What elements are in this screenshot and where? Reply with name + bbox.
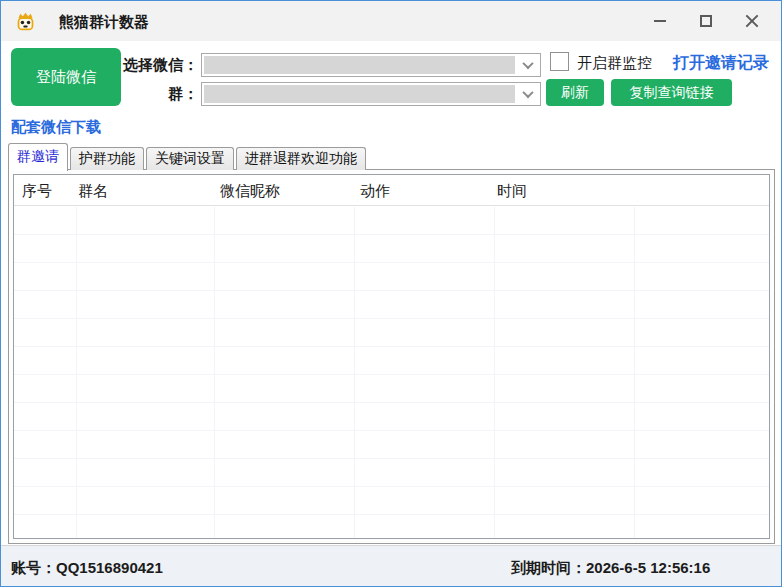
wechat-download-link[interactable]: 配套微信下载 bbox=[11, 118, 101, 137]
invite-record-table[interactable]: 序号 群名 微信昵称 动作 时间 bbox=[13, 174, 770, 539]
col-header-index: 序号 bbox=[22, 182, 52, 201]
expiry-text: 到期时间：2026-6-5 12:56:16 bbox=[511, 559, 710, 578]
account-text: 账号：QQ1516890421 bbox=[11, 559, 163, 578]
col-header-nickname: 微信昵称 bbox=[220, 182, 280, 201]
tab-group-protect[interactable]: 护群功能 bbox=[70, 147, 144, 170]
tab-keyword-settings[interactable]: 关键词设置 bbox=[146, 147, 234, 170]
login-wechat-button[interactable]: 登陆微信 bbox=[11, 48, 121, 106]
group-monitor-label: 开启群监控 bbox=[577, 54, 652, 73]
group-dropdown[interactable] bbox=[201, 82, 541, 106]
refresh-button[interactable]: 刷新 bbox=[546, 79, 604, 106]
tab-bar: 群邀请 护群功能 关键词设置 进群退群欢迎功能 bbox=[8, 143, 368, 170]
chevron-down-icon[interactable] bbox=[516, 54, 540, 76]
table-body bbox=[14, 207, 769, 538]
minimize-icon[interactable] bbox=[637, 1, 683, 41]
title-bar: 熊猫群计数器 bbox=[1, 1, 781, 41]
group-monitor-checkbox[interactable] bbox=[550, 52, 569, 71]
col-header-action: 动作 bbox=[360, 182, 390, 201]
group-dropdown-value bbox=[204, 85, 515, 103]
copy-query-link-button[interactable]: 复制查询链接 bbox=[611, 79, 732, 106]
chevron-down-icon[interactable] bbox=[516, 83, 540, 105]
table-header: 序号 群名 微信昵称 动作 时间 bbox=[14, 175, 769, 206]
app-window: 熊猫群计数器 登陆微信 选择微信： 群： 开启群监控 打开邀请记录 刷新 复制查… bbox=[0, 0, 782, 587]
col-header-time: 时间 bbox=[497, 182, 527, 201]
panda-app-icon bbox=[15, 11, 36, 32]
select-wechat-dropdown[interactable] bbox=[201, 53, 541, 77]
status-bar: 账号：QQ1516890421 到期时间：2026-6-5 12:56:16 bbox=[1, 545, 781, 586]
select-wechat-dropdown-value bbox=[204, 56, 515, 74]
select-wechat-label: 选择微信： bbox=[108, 56, 198, 75]
open-invite-record-link[interactable]: 打开邀请记录 bbox=[673, 53, 769, 74]
group-label: 群： bbox=[108, 85, 198, 104]
window-controls bbox=[637, 1, 775, 41]
maximize-icon[interactable] bbox=[683, 1, 729, 41]
tab-group-invite[interactable]: 群邀请 bbox=[8, 143, 68, 171]
col-header-group: 群名 bbox=[78, 182, 108, 201]
close-icon[interactable] bbox=[729, 1, 775, 41]
window-title: 熊猫群计数器 bbox=[59, 13, 149, 32]
tab-join-leave-welcome[interactable]: 进群退群欢迎功能 bbox=[236, 147, 366, 170]
